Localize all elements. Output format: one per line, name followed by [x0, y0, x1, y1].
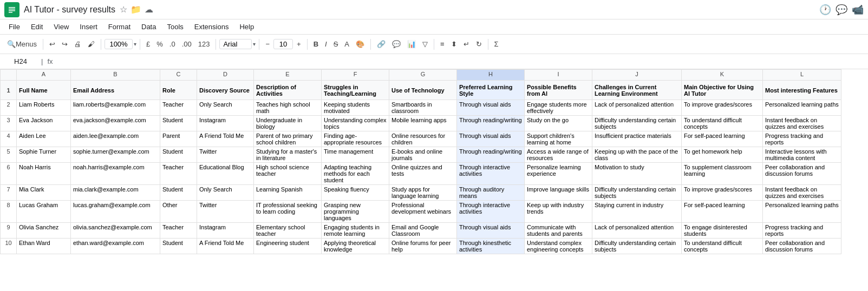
font-size-decrease-button[interactable]: − [263, 38, 272, 50]
cell-B9[interactable]: olivia.sanchez@example.com [71, 223, 160, 239]
col-H-header[interactable]: H [457, 70, 525, 81]
font-chevron[interactable]: ▾ [253, 41, 256, 47]
cell-G9[interactable]: Email and Google Classroom [389, 223, 457, 239]
cell-C3[interactable]: Student [160, 116, 197, 131]
cell-E3[interactable]: Undergraduate in biology [254, 116, 322, 131]
cell-B7[interactable]: mia.clark@example.com [71, 185, 160, 201]
col-I-header[interactable]: I [525, 70, 592, 81]
sum-button[interactable]: Σ [492, 38, 501, 50]
cell-A6[interactable]: Noah Harris [17, 163, 71, 185]
cell-F7[interactable]: Speaking fluency [322, 185, 389, 201]
col-J-header[interactable]: J [592, 70, 682, 81]
cell-J2[interactable]: Lack of personalized attention [592, 100, 682, 116]
cell-E6[interactable]: High school science teacher [254, 163, 322, 185]
cell-F5[interactable]: Time management [322, 147, 389, 163]
menu-insert[interactable]: Insert [75, 22, 102, 32]
menu-tools[interactable]: Tools [162, 22, 187, 32]
cell-G7[interactable]: Study apps for language learning [389, 185, 457, 201]
cell-K10[interactable]: To understand difficult concepts [682, 239, 763, 254]
cell-A7[interactable]: Mia Clark [17, 185, 71, 201]
cell-B5[interactable]: sophie.turner@example.com [71, 147, 160, 163]
cell-C5[interactable]: Student [160, 147, 197, 163]
cell-K9[interactable]: To engage disinterested students [682, 223, 763, 239]
cell-L10[interactable]: Peer collaboration and discussion forums [763, 239, 841, 254]
sheet-container[interactable]: A B C D E F G H I J K L 1 Full Name Emai… [0, 69, 868, 291]
rotate-button[interactable]: ↻ [473, 38, 485, 50]
cell-C10[interactable]: Student [160, 239, 197, 254]
menu-file[interactable]: File [4, 22, 24, 32]
cell-K7[interactable]: To improve grades/scores [682, 185, 763, 201]
highlight-color-button[interactable]: 🎨 [353, 38, 367, 50]
cell-H4[interactable]: Through visual aids [457, 131, 525, 147]
cell-K2[interactable]: To improve grades/scores [682, 100, 763, 116]
cell-F4[interactable]: Finding age-appropriate resources [322, 131, 389, 147]
cell-J8[interactable]: Staying current in industry [592, 201, 682, 223]
cell-D4[interactable]: A Friend Told Me [197, 131, 254, 147]
cell-A9[interactable]: Olivia Sanchez [17, 223, 71, 239]
cell-C1[interactable]: Role [160, 81, 197, 100]
zoom-chevron[interactable]: ▾ [134, 41, 136, 47]
cell-I6[interactable]: Personalize learning experience [525, 163, 592, 185]
menu-help[interactable]: Help [235, 22, 258, 32]
cell-F1[interactable]: Struggles in Teaching/Learning [322, 81, 389, 100]
cell-J6[interactable]: Motivation to study [592, 163, 682, 185]
cell-L7[interactable]: Instant feedback on quizzes and exercise… [763, 185, 841, 201]
decimal-dec-button[interactable]: .0 [167, 38, 178, 50]
cell-reference-input[interactable] [4, 57, 37, 65]
cell-K5[interactable]: To get homework help [682, 147, 763, 163]
cell-H7[interactable]: Through auditory means [457, 185, 525, 201]
cell-H5[interactable]: Through reading/writing [457, 147, 525, 163]
cell-J5[interactable]: Keeping up with the pace of the class [592, 147, 682, 163]
cell-A2[interactable]: Liam Roberts [17, 100, 71, 116]
cell-B2[interactable]: liam.roberts@example.com [71, 100, 160, 116]
insert-comment-button[interactable]: 💬 [389, 38, 403, 50]
cell-L3[interactable]: Instant feedback on quizzes and exercise… [763, 116, 841, 131]
bold-button[interactable]: B [311, 38, 321, 50]
cell-K3[interactable]: To understand difficult concepts [682, 116, 763, 131]
col-B-header[interactable]: B [71, 70, 160, 81]
cell-E9[interactable]: Elementary school teacher [254, 223, 322, 239]
italic-button[interactable]: I [322, 38, 330, 50]
cell-A4[interactable]: Aiden Lee [17, 131, 71, 147]
col-D-header[interactable]: D [197, 70, 254, 81]
menus-button[interactable]: 🔍 Menus [4, 38, 40, 50]
col-G-header[interactable]: G [389, 70, 457, 81]
cell-E8[interactable]: IT professional seeking to learn coding [254, 201, 322, 223]
cell-I1[interactable]: Possible Benefits from Al [525, 81, 592, 100]
zoom-control[interactable]: 100% [105, 39, 133, 49]
cell-J10[interactable]: Difficulty understanding certain subject… [592, 239, 682, 254]
cell-G10[interactable]: Online forums for peer help [389, 239, 457, 254]
col-C-header[interactable]: C [160, 70, 197, 81]
cell-L5[interactable]: Interactive lessons with multimedia cont… [763, 147, 841, 163]
cell-L6[interactable]: Peer collaboration and discussion forums [763, 163, 841, 185]
cell-G3[interactable]: Mobile learning apps [389, 116, 457, 131]
cell-J1[interactable]: Challenges in Current Learning Environme… [592, 81, 682, 100]
cell-C6[interactable]: Teacher [160, 163, 197, 185]
percent-button[interactable]: % [154, 38, 166, 50]
cell-L1[interactable]: Most interesting Features [763, 81, 841, 100]
filter-button[interactable]: ▽ [420, 38, 430, 50]
menu-extensions[interactable]: Extensions [190, 22, 233, 32]
cell-A5[interactable]: Sophie Turner [17, 147, 71, 163]
cell-G5[interactable]: E-books and online journals [389, 147, 457, 163]
font-size-control[interactable]: 10 [273, 39, 293, 49]
cell-I7[interactable]: Improve language skills [525, 185, 592, 201]
cell-G6[interactable]: Online quizzes and tests [389, 163, 457, 185]
paint-format-button[interactable]: 🖌 [85, 38, 97, 50]
history-icon[interactable]: 🕐 [819, 4, 831, 16]
cell-G8[interactable]: Professional development webinars [389, 201, 457, 223]
cell-I2[interactable]: Engage students more effectively [525, 100, 592, 116]
text-color-button[interactable]: A [342, 38, 352, 50]
cell-D3[interactable]: Instagram [197, 116, 254, 131]
wrap-button[interactable]: ↵ [461, 38, 472, 50]
cell-D5[interactable]: Twitter [197, 147, 254, 163]
cell-I8[interactable]: Keep up with industry trends [525, 201, 592, 223]
formula-input[interactable] [57, 57, 864, 65]
cell-D6[interactable]: Educational Blog [197, 163, 254, 185]
cell-C7[interactable]: Student [160, 185, 197, 201]
cell-I4[interactable]: Support children's learning at home [525, 131, 592, 147]
cell-I3[interactable]: Study on the go [525, 116, 592, 131]
cell-J9[interactable]: Lack of personalized attention [592, 223, 682, 239]
cell-D2[interactable]: Only Search [197, 100, 254, 116]
cell-H8[interactable]: Through interactive activities [457, 201, 525, 223]
